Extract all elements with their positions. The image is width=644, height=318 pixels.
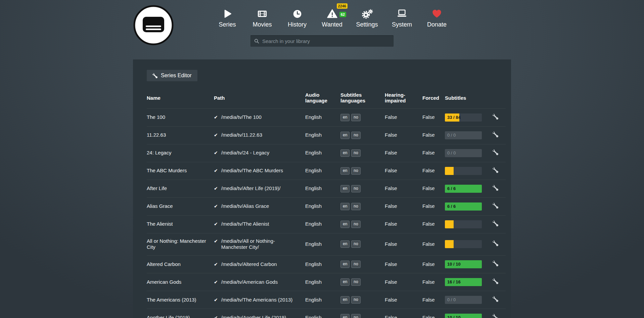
series-name[interactable]: The Alienist [147, 215, 214, 233]
subtitles-languages: enno [340, 273, 385, 291]
table-row: Another Life (2019) ✔ /media/tv/Another … [147, 309, 506, 318]
wrench-icon[interactable] [493, 314, 498, 318]
series-actions-cell [489, 215, 506, 233]
wrench-icon[interactable] [493, 240, 498, 248]
series-path-cell: ✔ /media/tv/24 - Legacy [214, 144, 305, 162]
series-path-cell: ✔ /media/tv/Another Life (2019) [214, 309, 305, 318]
series-name[interactable]: 24: Legacy [147, 144, 214, 162]
search-icon [254, 39, 259, 44]
series-actions-cell [489, 273, 506, 291]
subtitles-progress-cell [445, 233, 489, 256]
hearing-impaired: False [385, 309, 422, 318]
nav-label: Donate [427, 21, 447, 28]
series-name[interactable]: Alias Grace [147, 197, 214, 215]
wrench-icon[interactable] [493, 132, 498, 139]
subtitles-count: 16 / 16 [447, 279, 461, 285]
subtitles-progress-bar [445, 220, 482, 228]
series-path: /media/tv/The Americans (2013) [221, 297, 293, 303]
series-editor-button[interactable]: Series Editor [147, 70, 197, 81]
audio-language: English [305, 180, 340, 197]
wrench-icon[interactable] [493, 149, 498, 157]
subtitles-progress-bar: 16 / 16 [445, 278, 482, 286]
laptop-icon [396, 7, 408, 20]
series-actions-cell [489, 126, 506, 144]
nav-history[interactable]: History [280, 7, 315, 28]
series-actions-cell [489, 144, 506, 162]
wrench-icon[interactable] [493, 203, 498, 210]
wrench-icon[interactable] [493, 221, 498, 228]
language-badge: en [340, 185, 350, 192]
subtitles-languages: enno [340, 233, 385, 256]
nav-label: System [392, 21, 412, 28]
wrench-icon[interactable] [493, 261, 498, 268]
forced: False [422, 108, 445, 126]
language-badge: en [340, 149, 350, 157]
subtitles-progress-cell: 0 / 0 [445, 291, 489, 309]
series-name[interactable]: The 100 [147, 108, 214, 126]
hearing-impaired: False [385, 197, 422, 215]
language-badge: no [351, 185, 360, 192]
forced: False [422, 126, 445, 144]
subtitles-progress-bar [445, 240, 482, 248]
forced: False [422, 291, 445, 309]
nav-movies[interactable]: Movies [245, 7, 280, 28]
check-icon: ✔ [214, 297, 218, 303]
subtitles-languages: enno [340, 197, 385, 215]
wrench-icon[interactable] [493, 114, 498, 121]
series-path-cell: ✔ /media/tv/After Life (2019)/ [214, 180, 305, 197]
nav-settings[interactable]: Settings [350, 7, 384, 28]
wanted-movies-count-badge: 62 [339, 12, 346, 17]
subtitles-progress-cell: 6 / 6 [445, 197, 489, 215]
check-icon: ✔ [214, 150, 218, 156]
subtitles-progress-bar: 10 / 10 [445, 260, 482, 268]
table-row: 24: Legacy ✔ /media/tv/24 - Legacy Engli… [147, 144, 506, 162]
forced: False [422, 215, 445, 233]
nav-label: Wanted [322, 21, 342, 28]
series-name[interactable]: Altered Carbon [147, 256, 214, 273]
series-actions-cell [489, 256, 506, 273]
language-badge: no [351, 221, 360, 228]
table-row: The ABC Murders ✔ /media/tv/The ABC Murd… [147, 162, 506, 180]
series-name[interactable]: The Americans (2013) [147, 291, 214, 309]
nav-donate[interactable]: Donate [419, 7, 454, 28]
table-row: Alias Grace ✔ /media/tv/Alias Grace Engl… [147, 197, 506, 215]
search-input[interactable] [262, 38, 390, 44]
series-name[interactable]: American Gods [147, 273, 214, 291]
subtitles-count: 6 / 6 [447, 203, 456, 209]
wrench-icon[interactable] [493, 278, 498, 286]
subtitles-languages: enno [340, 256, 385, 273]
forced: False [422, 273, 445, 291]
wrench-icon[interactable] [493, 296, 498, 304]
forced: False [422, 144, 445, 162]
audio-language: English [305, 197, 340, 215]
heart-icon [432, 7, 442, 20]
language-badge: en [340, 240, 350, 248]
app-logo[interactable] [133, 5, 174, 46]
audio-language: English [305, 162, 340, 180]
series-name[interactable]: Another Life (2019) [147, 309, 214, 318]
subtitles-count: 0 / 0 [447, 297, 456, 303]
check-icon: ✔ [214, 114, 218, 121]
nav-wanted[interactable]: 2246 62 Wanted [315, 7, 350, 28]
subtitles-progress-bar: 0 / 0 [445, 296, 482, 304]
hearing-impaired: False [385, 162, 422, 180]
nav-series[interactable]: Series [210, 7, 245, 28]
check-icon: ✔ [214, 315, 218, 318]
wrench-icon[interactable] [493, 167, 498, 175]
clock-icon [292, 7, 302, 20]
series-name[interactable]: 11.22.63 [147, 126, 214, 144]
nav-system[interactable]: System [384, 7, 419, 28]
audio-language: English [305, 144, 340, 162]
table-row: After Life ✔ /media/tv/After Life (2019)… [147, 180, 506, 197]
series-name[interactable]: All or Nothing: Manchester City [147, 233, 214, 256]
wrench-icon[interactable] [493, 185, 498, 192]
language-badge: en [340, 203, 350, 210]
subtitles-progress-bar: 0 / 0 [445, 149, 482, 157]
subtitles-languages: enno [340, 162, 385, 180]
series-path-cell: ✔ /media/tv/The Americans (2013) [214, 291, 305, 309]
series-path: /media/tv/24 - Legacy [221, 150, 269, 156]
nav-label: History [288, 21, 307, 28]
series-name[interactable]: The ABC Murders [147, 162, 214, 180]
series-name[interactable]: After Life [147, 180, 214, 197]
subtitles-languages: enno [340, 144, 385, 162]
